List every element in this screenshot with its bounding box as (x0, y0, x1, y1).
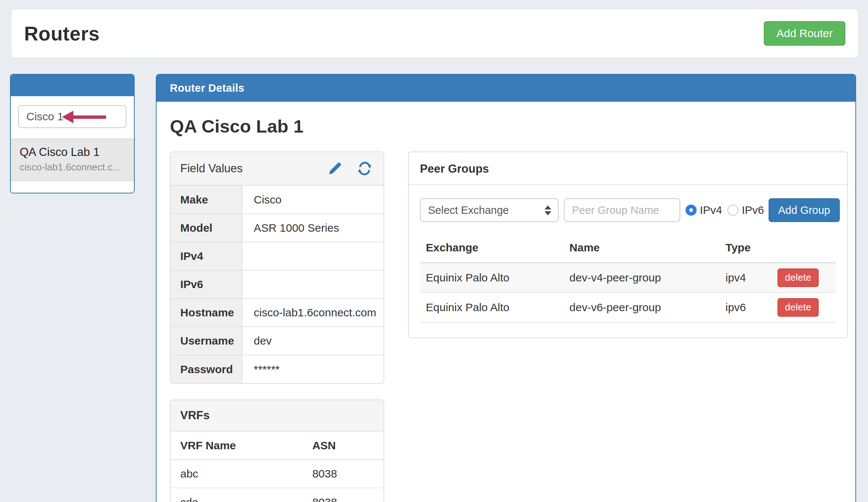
field-value: dev (242, 327, 384, 355)
peer-groups-title: Peer Groups (409, 152, 847, 184)
annotation-arrow (62, 111, 106, 123)
table-row: IPv4 (171, 242, 384, 270)
field-value: ****** (242, 355, 384, 383)
table-row: Hostname cisco-lab1.6connect.com (171, 299, 384, 327)
peer-group-exchange-cell: Equinix Palo Alto (420, 263, 563, 293)
field-label: Username (171, 327, 242, 355)
routers-page: { "colors": { "header_blue": "#3a7cba", … (0, 0, 868, 502)
right-column: Peer Groups Select Exchange IPv4 (408, 151, 848, 338)
field-label: IPv6 (171, 270, 242, 299)
exchange-select[interactable]: Select Exchange (420, 198, 559, 222)
vrf-name-cell: abc (171, 460, 303, 488)
field-value: Cisco (242, 186, 384, 214)
router-list-sidebar: QA Cisco Lab 1 cisco-lab1.6connect.c... (10, 74, 135, 193)
field-label: Hostname (171, 299, 242, 327)
vrf-name-column-header: VRF Name (171, 431, 303, 460)
vrf-name-cell: cde (171, 488, 303, 502)
asn-column-header: ASN (303, 431, 384, 460)
peer-groups-controls: Select Exchange IPv4 IPv6 (409, 185, 847, 226)
router-details-panel: Router Details QA Cisco Lab 1 Field Valu… (156, 74, 856, 502)
field-label: IPv4 (171, 242, 242, 270)
router-item-hostname: cisco-lab1.6connect.c... (20, 162, 125, 173)
name-column-header: Name (563, 236, 720, 263)
field-value (242, 242, 384, 270)
sidebar-header-bar (11, 75, 134, 96)
peer-group-type-cell: ipv6 (720, 293, 772, 322)
delete-button[interactable]: delete (777, 298, 819, 317)
peer-groups-table: Exchange Name Type Equinix Palo Alto dev… (420, 236, 836, 323)
field-value: cisco-lab1.6connect.com (242, 299, 384, 327)
ipv6-radio-unselected[interactable] (727, 205, 739, 216)
field-label: Make (171, 186, 242, 214)
peer-groups-panel: Peer Groups Select Exchange IPv4 (408, 151, 848, 338)
field-label: Model (171, 214, 242, 242)
vrfs-table: VRF Name ASN abc 8038 cde 8038 (171, 431, 384, 502)
peer-group-action-cell: delete (772, 263, 836, 293)
router-item-name: QA Cisco Lab 1 (20, 146, 125, 159)
table-row: Make Cisco (171, 186, 384, 214)
table-row: Username dev (171, 327, 384, 355)
peer-group-type-cell: ipv4 (720, 263, 772, 293)
ipv4-radio-label: IPv4 (700, 204, 722, 216)
vrfs-title: VRFs (180, 409, 210, 422)
peer-group-exchange-cell: Equinix Palo Alto (420, 293, 563, 322)
table-header-row: Exchange Name Type (420, 236, 836, 263)
router-search-section (11, 96, 134, 138)
field-values-heading: Field Values (171, 152, 384, 186)
peer-group-name-input[interactable] (564, 198, 680, 222)
vrfs-heading: VRFs (171, 400, 384, 431)
field-values-title: Field Values (180, 162, 243, 175)
add-router-button[interactable]: Add Router (764, 21, 845, 46)
edit-pencil-icon[interactable] (327, 161, 343, 176)
action-column-header (772, 236, 836, 263)
vrf-asn-cell: 8038 (303, 488, 384, 502)
vrf-asn-cell: 8038 (303, 460, 384, 488)
peer-group-action-cell: delete (772, 293, 836, 322)
page-title: Routers (24, 22, 100, 45)
arrow-tip (62, 111, 73, 123)
select-caret-icon (545, 205, 551, 215)
arrow-shaft (73, 115, 106, 119)
ipv4-radio-selected[interactable] (685, 205, 697, 216)
table-row: IPv6 (171, 270, 384, 299)
table-row: Equinix Palo Alto dev-v6-peer-group ipv6… (420, 293, 836, 322)
exchange-select-value: Select Exchange (428, 204, 509, 216)
field-values-panel: Field Values (170, 151, 384, 384)
field-values-table: Make Cisco Model ASR 1000 Series IPv4 (171, 186, 384, 383)
field-value (242, 270, 384, 299)
table-row: cde 8038 (171, 488, 384, 502)
router-name-heading: QA Cisco Lab 1 (170, 116, 855, 137)
table-row: Equinix Palo Alto dev-v4-peer-group ipv4… (420, 263, 836, 293)
router-details-title: Router Details (170, 82, 244, 94)
exchange-column-header: Exchange (420, 236, 563, 263)
table-row: Password ****** (171, 355, 384, 383)
page-header: Routers Add Router (11, 9, 858, 58)
table-row: abc 8038 (171, 460, 384, 488)
field-label: Password (171, 355, 242, 383)
router-list-item-selected[interactable]: QA Cisco Lab 1 cisco-lab1.6connect.c... (11, 138, 134, 181)
delete-button[interactable]: delete (777, 268, 819, 287)
add-group-button[interactable]: Add Group (769, 198, 840, 222)
table-header-row: VRF Name ASN (171, 431, 384, 460)
ipv4-radio-group[interactable]: IPv4 (685, 204, 722, 216)
vrfs-panel: VRFs VRF Name ASN abc 8038 (170, 400, 384, 502)
field-value: ASR 1000 Series (242, 214, 384, 242)
table-row: Model ASR 1000 Series (171, 214, 384, 242)
left-column: Field Values (170, 151, 384, 502)
peer-group-name-cell: dev-v4-peer-group (563, 263, 720, 293)
refresh-icon[interactable] (357, 161, 372, 176)
type-column-header: Type (720, 236, 772, 263)
ipv6-radio-group[interactable]: IPv6 (727, 204, 764, 216)
router-details-body: QA Cisco Lab 1 Field Values (157, 102, 855, 502)
ipv6-radio-label: IPv6 (742, 204, 764, 216)
router-details-header: Router Details (157, 75, 855, 102)
peer-group-name-cell: dev-v6-peer-group (563, 293, 720, 322)
